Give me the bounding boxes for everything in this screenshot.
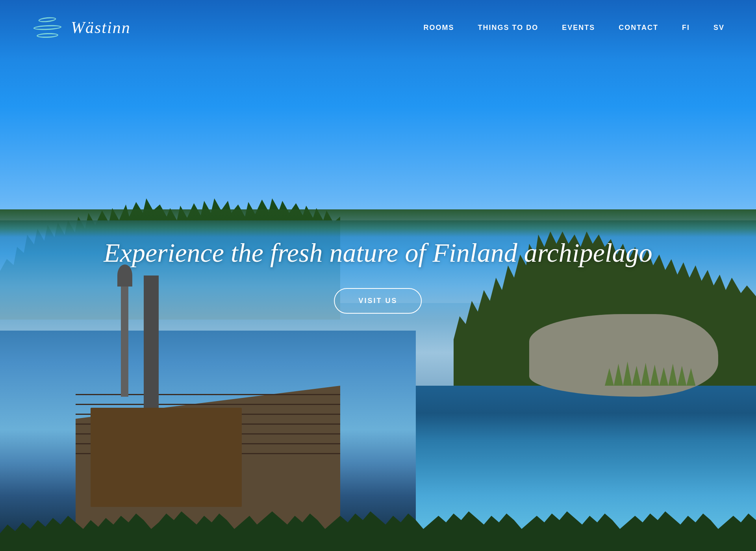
hero-heading: Experience the fresh nature of Finland a… (104, 237, 652, 268)
logo-wave-3 (36, 33, 58, 38)
nav-item-fi[interactable]: FI (682, 24, 690, 32)
logo-container[interactable]: Wästinn (32, 8, 131, 47)
nav-item-rooms[interactable]: ROOMS (424, 24, 454, 32)
dock-bench (91, 408, 242, 507)
nav-links-list: ROOMS THINGS TO DO EVENTS CONTACT FI SV (424, 24, 724, 32)
logo-icon (32, 8, 63, 47)
shore-line (0, 209, 756, 237)
nav-link-things-to-do[interactable]: THINGS TO DO (478, 24, 539, 31)
nav-item-events[interactable]: EVENTS (562, 24, 595, 32)
nav-link-sv[interactable]: SV (713, 24, 724, 31)
logo-wave-2 (33, 24, 61, 30)
nav-link-contact[interactable]: CONTACT (619, 24, 658, 31)
logo-wave-1 (38, 17, 56, 23)
nav-item-sv[interactable]: SV (713, 24, 724, 32)
nav-link-rooms[interactable]: ROOMS (424, 24, 454, 31)
hero-section: Wästinn ROOMS THINGS TO DO EVENTS CONTAC… (0, 0, 756, 551)
main-navigation: Wästinn ROOMS THINGS TO DO EVENTS CONTAC… (0, 0, 756, 55)
visit-us-button[interactable]: VISIT US (334, 288, 422, 314)
nav-link-events[interactable]: EVENTS (562, 24, 595, 31)
hero-content: Experience the fresh nature of Finland a… (104, 237, 652, 314)
nav-item-things-to-do[interactable]: THINGS TO DO (478, 24, 539, 32)
logo-text: Wästinn (71, 18, 131, 37)
nav-item-contact[interactable]: CONTACT (619, 24, 658, 32)
nav-link-fi[interactable]: FI (682, 24, 690, 31)
